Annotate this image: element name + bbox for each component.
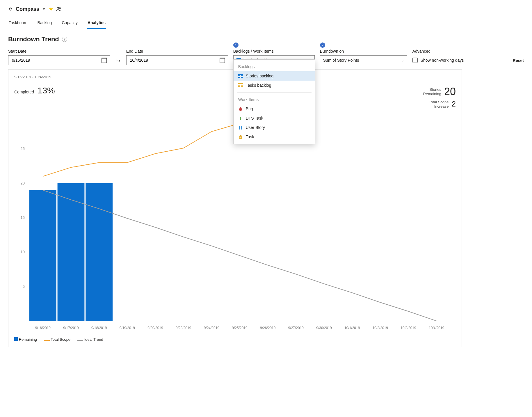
burndown-value: Sum of Story Points	[323, 58, 399, 63]
start-date-field[interactable]	[11, 58, 102, 63]
svg-rect-11	[241, 77, 243, 78]
burndown-label: Burndown on	[320, 49, 407, 54]
project-header: Compass ▼ ★	[8, 6, 524, 12]
stories-icon	[238, 74, 243, 78]
svg-rect-48	[86, 183, 113, 321]
svg-rect-2	[236, 58, 241, 59]
advanced-col: Advanced Show non-working days	[412, 49, 464, 65]
filter-bar: Start Date to End Date 1 Backlogs / Work…	[8, 49, 524, 65]
svg-text:9/17/2019: 9/17/2019	[63, 326, 79, 330]
svg-rect-10	[238, 77, 240, 78]
user-story-icon	[238, 125, 243, 129]
dropdown-item-tasks-backlog[interactable]: Tasks backlog	[234, 81, 315, 90]
page-title: Burndown Trend	[8, 36, 59, 43]
svg-rect-24	[240, 135, 241, 136]
svg-rect-15	[238, 86, 240, 87]
page-title-row: Burndown Trend ?	[8, 36, 524, 43]
dropdown-item-label: Task	[246, 134, 254, 139]
svg-rect-8	[238, 75, 240, 76]
tasks-icon	[238, 83, 243, 87]
dropdown-item-bug[interactable]: Bug	[234, 104, 315, 113]
svg-text:10/1/2019: 10/1/2019	[344, 326, 360, 330]
help-icon[interactable]: ?	[62, 37, 67, 42]
svg-text:5: 5	[23, 284, 25, 289]
svg-line-19	[239, 109, 240, 109]
end-date-field[interactable]	[129, 58, 220, 63]
task-icon	[238, 135, 243, 139]
project-title[interactable]: Compass	[16, 6, 39, 12]
favorite-star-icon[interactable]: ★	[49, 6, 53, 12]
svg-rect-46	[29, 190, 56, 321]
end-date-col: End Date	[126, 49, 228, 65]
dts-icon	[238, 116, 243, 120]
svg-rect-18	[240, 107, 241, 109]
show-nonworking-checkbox[interactable]	[412, 58, 418, 63]
burndown-select[interactable]: Sum of Story Points ⌄	[320, 55, 407, 65]
svg-text:25: 25	[21, 146, 25, 151]
svg-rect-7	[238, 74, 243, 75]
svg-point-1	[59, 8, 61, 9]
calendar-icon[interactable]	[220, 58, 225, 63]
reset-button[interactable]: Reset	[513, 58, 524, 65]
refresh-icon[interactable]	[8, 7, 13, 11]
total-scope-label: Total Scope Increase	[429, 100, 449, 109]
dropdown-item-label: Bug	[246, 107, 253, 111]
burndown-chart: 5101520259/16/20199/17/20199/18/20199/19…	[14, 111, 456, 333]
end-date-input[interactable]	[126, 55, 228, 65]
tab-taskboard[interactable]: Taskboard	[8, 17, 28, 29]
burndown-col: 2 Burndown on Sum of Story Points ⌄	[320, 49, 407, 65]
coach-badge-2: 2	[320, 42, 325, 48]
to-label: to	[115, 58, 121, 65]
stories-remaining-value: 20	[444, 86, 456, 98]
legend-line-ideal	[77, 340, 83, 341]
svg-text:9/18/2019: 9/18/2019	[91, 326, 107, 330]
svg-text:9/20/2019: 9/20/2019	[147, 326, 163, 330]
legend-swatch-remaining	[14, 337, 18, 341]
legend-label-total: Total Scope	[51, 337, 70, 342]
svg-rect-9	[241, 75, 243, 76]
svg-text:9/19/2019: 9/19/2019	[120, 326, 135, 330]
svg-rect-13	[238, 85, 240, 86]
svg-text:9/23/2019: 9/23/2019	[176, 326, 191, 330]
start-date-input[interactable]	[8, 55, 110, 65]
total-scope-value: 2	[452, 100, 456, 109]
svg-text:9/26/2019: 9/26/2019	[260, 326, 276, 330]
svg-text:9/16/2019: 9/16/2019	[35, 326, 51, 330]
team-members-icon[interactable]	[56, 7, 61, 11]
svg-text:10/4/2019: 10/4/2019	[429, 326, 444, 330]
chevron-down-icon: ⌄	[401, 58, 404, 62]
svg-text:15: 15	[21, 215, 25, 220]
end-date-label: End Date	[126, 49, 228, 54]
tab-bar: Taskboard Backlog Capacity Analytics	[8, 17, 524, 29]
dropdown-group-backlogs: Backlogs	[234, 62, 315, 71]
dropdown-item-user-story[interactable]: User Story	[234, 123, 315, 132]
chevron-down-icon[interactable]: ▼	[42, 7, 46, 11]
coach-badge-1: 1	[233, 42, 239, 48]
svg-point-0	[57, 7, 59, 9]
start-date-label: Start Date	[8, 49, 110, 54]
legend-line-total	[44, 340, 50, 341]
tab-analytics[interactable]: Analytics	[87, 17, 106, 29]
stories-remaining-label: Stories Remaining	[423, 87, 441, 96]
dropdown-group-workitems: Work Items	[234, 95, 315, 104]
dropdown-item-dts-task[interactable]: DTS Task	[234, 113, 315, 123]
svg-text:10/2/2019: 10/2/2019	[373, 326, 388, 330]
advanced-label: Advanced	[412, 49, 464, 54]
dropdown-item-task[interactable]: Task	[234, 132, 315, 141]
tab-capacity[interactable]: Capacity	[61, 17, 78, 29]
svg-text:20: 20	[21, 181, 25, 185]
legend-label-remaining: Remaining	[19, 337, 37, 342]
svg-text:9/25/2019: 9/25/2019	[232, 326, 248, 330]
bug-icon	[238, 107, 243, 111]
backlogs-label: Backlogs / Work Items	[233, 49, 315, 54]
start-date-col: Start Date	[8, 49, 110, 65]
dropdown-item-label: User Story	[246, 125, 265, 130]
dropdown-item-stories-backlog[interactable]: Stories backlog	[234, 71, 315, 81]
legend-label-ideal: Ideal Trend	[84, 337, 103, 342]
calendar-icon[interactable]	[102, 58, 107, 63]
svg-text:10/3/2019: 10/3/2019	[401, 326, 416, 330]
svg-text:9/27/2019: 9/27/2019	[288, 326, 304, 330]
backlogs-col: 1 Backlogs / Work Items Stories backlog …	[233, 49, 315, 65]
completed-label: Completed	[14, 90, 34, 94]
tab-backlog[interactable]: Backlog	[37, 17, 53, 29]
